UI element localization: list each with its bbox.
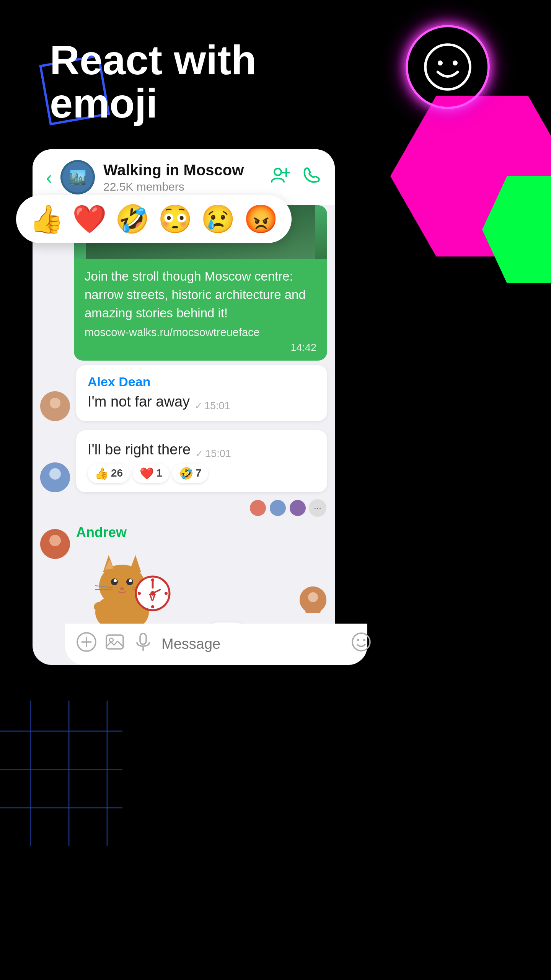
laugh-count: 7 xyxy=(196,467,202,479)
messages-area: 🏙️ Join the stroll though Moscow centre:… xyxy=(33,205,335,653)
svg-point-35 xyxy=(120,587,124,590)
thumbsup-emoji: 👍 xyxy=(95,467,109,480)
reactions-row: 👍 26 ❤️ 1 🤣 7 xyxy=(88,464,316,483)
alex-dean-bubble: Alex Dean I'm not far away ✓ 15:01 xyxy=(76,365,327,421)
svg-point-58 xyxy=(109,638,113,642)
seen-avatar-2 xyxy=(269,499,287,517)
seen-more-button[interactable]: ··· xyxy=(309,499,326,517)
svg-point-8 xyxy=(453,60,458,65)
right-there-text: I'll be right there xyxy=(88,439,191,460)
check-read-right: ✓ xyxy=(195,448,204,460)
emoji-angry[interactable]: 😡 xyxy=(244,203,278,235)
image-picker-icon[interactable] xyxy=(105,632,125,657)
svg-point-62 xyxy=(357,639,359,641)
emoji-rofl[interactable]: 🤣 xyxy=(115,203,150,235)
svg-point-61 xyxy=(352,633,370,651)
seen-avatar-3 xyxy=(289,499,306,517)
alex-dean-message: Alex Dean I'm not far away ✓ 15:01 xyxy=(76,365,327,421)
emoji-thumbsup[interactable]: 👍 xyxy=(29,203,64,235)
svg-point-33 xyxy=(114,579,117,582)
reaction-laugh[interactable]: 🤣 7 xyxy=(172,464,209,483)
message-input[interactable] xyxy=(161,636,343,652)
svg-point-6 xyxy=(425,45,470,90)
svg-point-7 xyxy=(438,60,443,65)
svg-point-12 xyxy=(274,168,281,175)
neon-smiley-icon xyxy=(423,42,473,92)
heart-count: 1 xyxy=(156,467,162,479)
svg-rect-57 xyxy=(106,635,123,649)
green-message-time: 14:42 xyxy=(85,342,316,354)
svg-point-40 xyxy=(94,601,111,612)
svg-rect-59 xyxy=(140,634,146,644)
neon-emoji-circle xyxy=(406,25,490,109)
alex-dean-name: Alex Dean xyxy=(88,374,316,389)
message-row-righthere: I'll be right there ✓ 15:01 👍 26 xyxy=(33,426,335,497)
andrew-content: Andrew xyxy=(76,521,327,641)
alex-dean-time: 15:01 xyxy=(204,400,230,412)
green-message-link: moscow-walks.ru/mocsowtreueface xyxy=(85,326,316,339)
svg-point-21 xyxy=(49,468,61,480)
chat-name: Walking in Moscow xyxy=(103,162,262,179)
thumbsup-count: 26 xyxy=(111,467,123,479)
right-there-time: 15:01 xyxy=(205,448,231,460)
bottom-bar xyxy=(65,624,367,665)
andrew-avatar xyxy=(40,529,70,559)
call-icon[interactable] xyxy=(302,165,321,189)
svg-point-48 xyxy=(165,592,168,595)
chat-members: 22.5K members xyxy=(103,180,262,193)
add-member-icon[interactable] xyxy=(270,165,290,189)
chat-actions xyxy=(270,165,321,189)
mic-icon[interactable] xyxy=(133,632,153,657)
svg-point-45 xyxy=(151,578,154,581)
emoji-heart[interactable]: ❤️ xyxy=(72,203,107,235)
svg-point-63 xyxy=(363,639,365,641)
svg-text:V: V xyxy=(149,591,156,603)
check-read-alex: ✓ xyxy=(194,400,203,412)
green-bubble: Join the stroll though Moscow centre: na… xyxy=(74,259,327,361)
seen-row: ··· xyxy=(33,499,335,517)
alex-dean-text: I'm not far away xyxy=(88,392,190,412)
plus-icon[interactable] xyxy=(77,632,96,657)
svg-point-46 xyxy=(151,605,154,608)
svg-marker-29 xyxy=(130,555,141,572)
floating-user-avatar[interactable] xyxy=(300,586,326,613)
chat-info: Walking in Moscow 22.5K members xyxy=(103,162,262,193)
right-there-message: I'll be right there ✓ 15:01 👍 26 xyxy=(76,430,327,492)
emoji-eyes[interactable]: 😳 xyxy=(158,203,192,235)
emoji-cry[interactable]: 😢 xyxy=(201,203,235,235)
group-avatar-image: 🏙️ xyxy=(60,160,95,194)
svg-text:🏙️: 🏙️ xyxy=(69,169,86,186)
hero-title-line1: React with xyxy=(50,37,256,83)
hero-title-line2: emoji xyxy=(50,80,158,126)
svg-point-34 xyxy=(129,579,132,582)
svg-point-24 xyxy=(49,535,61,546)
grid-lines-decoration xyxy=(0,701,122,846)
chat-avatar: 🏙️ xyxy=(60,160,95,194)
emoji-reaction-bar: 👍 ❤️ 🤣 😳 😢 😡 xyxy=(16,195,292,243)
right-there-bubble-container: I'll be right there ✓ 15:01 👍 26 xyxy=(76,430,327,492)
heart-emoji: ❤️ xyxy=(140,467,154,480)
green-message-text: Join the stroll though Moscow centre: na… xyxy=(85,267,316,322)
andrew-name: Andrew xyxy=(76,521,327,544)
svg-point-47 xyxy=(138,592,141,595)
svg-point-52 xyxy=(308,592,318,602)
guy-avatar xyxy=(40,462,70,492)
back-button[interactable]: ‹ xyxy=(46,167,52,188)
laugh-emoji: 🤣 xyxy=(179,467,193,480)
svg-point-18 xyxy=(50,398,60,408)
reaction-heart[interactable]: ❤️ 1 xyxy=(133,464,169,483)
emoji-picker-icon[interactable] xyxy=(351,632,371,657)
alex-dean-avatar xyxy=(40,391,70,421)
hero-title: React with emoji xyxy=(50,38,256,125)
message-row-alexdean: Alex Dean I'm not far away ✓ 15:01 xyxy=(33,361,335,426)
reaction-thumbsup[interactable]: 👍 26 xyxy=(88,464,130,483)
cat-sticker: V xyxy=(76,544,176,635)
seen-avatar-1 xyxy=(249,499,267,517)
